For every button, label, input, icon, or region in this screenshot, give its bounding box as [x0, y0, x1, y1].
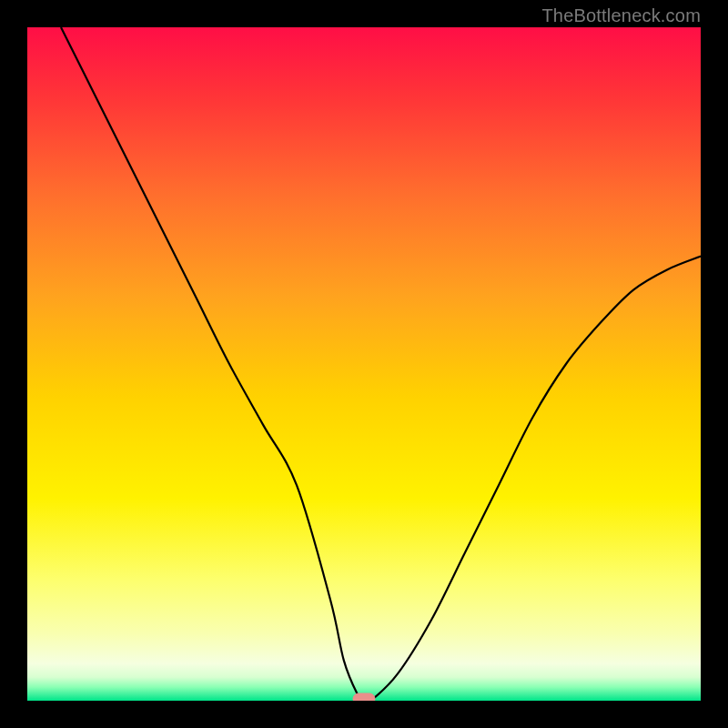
plot-area — [27, 27, 701, 701]
chart-svg — [27, 27, 701, 701]
optimal-marker — [353, 693, 375, 701]
chart-wrap: TheBottleneck.com — [0, 0, 728, 728]
gradient-background — [27, 27, 701, 701]
attribution-label: TheBottleneck.com — [541, 5, 701, 26]
